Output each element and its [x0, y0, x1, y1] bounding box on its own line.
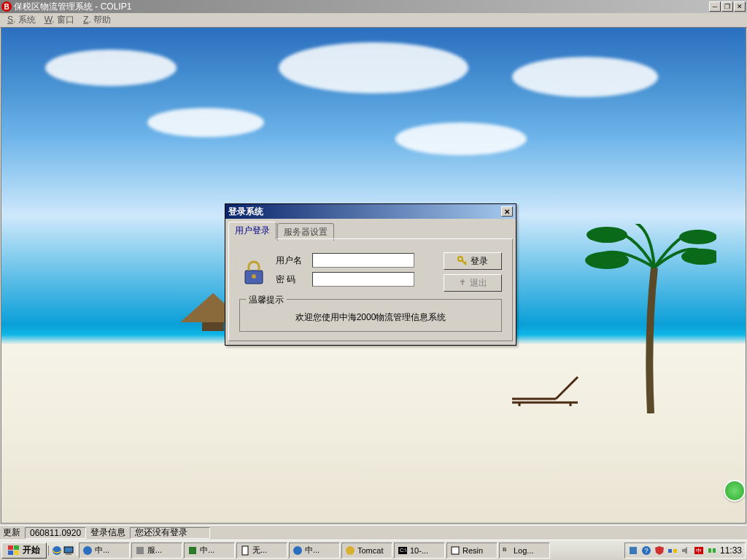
minimize-button[interactable]: ─ [709, 1, 721, 12]
desktop-icon[interactable] [63, 545, 74, 556]
tab-user-login[interactable]: 用户登录 [228, 222, 276, 239]
system-tray: ? 中 11:33 [624, 542, 746, 559]
task-button[interactable]: 服... [131, 542, 182, 559]
cmd-icon: C:\ [398, 545, 408, 556]
svg-rect-25 [189, 547, 196, 554]
dialog-title: 登录系统 [228, 206, 501, 218]
svg-point-27 [293, 546, 302, 555]
task-button[interactable]: BLog... [499, 542, 550, 559]
close-button[interactable]: ✕ [734, 1, 746, 12]
status-login-status: 您还没有登录 [130, 527, 210, 539]
ie-icon [82, 545, 93, 556]
app-icon [135, 545, 145, 556]
start-button[interactable]: 开始 [1, 542, 47, 559]
statusbar: 更新 060811.0920 登录信息 您还没有登录 [0, 525, 747, 540]
net-icon[interactable] [667, 545, 678, 556]
svg-text:C:\: C:\ [400, 548, 406, 553]
svg-point-4 [587, 227, 627, 243]
hint-text: 欢迎您使用中海2000物流管理信息系统 [247, 311, 494, 324]
password-input[interactable] [312, 272, 414, 287]
log-icon: B [503, 546, 511, 555]
decorative-palm [585, 224, 716, 413]
svg-rect-1 [202, 322, 224, 331]
task-button[interactable]: 中... [184, 542, 235, 559]
resin-icon [450, 545, 460, 556]
svg-rect-35 [668, 549, 672, 553]
decorative-lounger [505, 370, 585, 406]
dialog-titlebar[interactable]: 登录系统 ✕ [225, 204, 516, 219]
floating-badge[interactable] [724, 480, 746, 502]
decorative-cloud [279, 42, 468, 93]
exit-button[interactable]: 退出 [444, 274, 502, 292]
svg-point-23 [83, 546, 92, 555]
windows-logo-icon [8, 545, 20, 556]
svg-rect-31 [452, 547, 459, 554]
svg-rect-26 [242, 546, 248, 555]
svg-point-2 [585, 252, 629, 269]
hint-label: 温馨提示 [246, 294, 287, 306]
svg-rect-40 [708, 548, 711, 553]
doc-icon [240, 545, 250, 556]
decorative-cloud [512, 57, 658, 97]
dialog-tabs: 用户登录 服务器设置 [228, 222, 513, 239]
menu-window[interactable]: W. 窗口 [40, 12, 79, 28]
tab-panel-login: 用户名 密 码 登录 [228, 238, 513, 341]
svg-rect-18 [8, 551, 13, 555]
svg-rect-19 [14, 551, 19, 555]
tomcat-icon [345, 545, 355, 556]
svg-rect-41 [713, 548, 716, 553]
volume-icon[interactable] [681, 545, 691, 556]
task-button[interactable]: 无... [236, 542, 287, 559]
pin-icon [458, 279, 467, 287]
svg-text:?: ? [644, 547, 648, 554]
window-title: 保税区物流管理系统 - COLIP1 [14, 1, 709, 13]
login-button[interactable]: 登录 [444, 252, 502, 270]
task-button[interactable]: C:\10-... [394, 542, 445, 559]
help-icon[interactable]: ? [641, 545, 651, 556]
decorative-cloud [147, 108, 264, 137]
menu-system[interactable]: S. 系统 [3, 12, 40, 28]
task-button[interactable]: Tomcat [341, 542, 392, 559]
status-version: 060811.0920 [25, 527, 86, 539]
password-label: 密 码 [276, 273, 312, 286]
shield-icon[interactable] [654, 545, 665, 556]
key-icon [457, 256, 468, 266]
svg-point-20 [53, 546, 61, 555]
status-update-label: 更新 [3, 526, 20, 539]
task-button[interactable]: 中... [289, 542, 340, 559]
decorative-cloud [395, 122, 527, 155]
quick-launch [48, 545, 77, 556]
login-dialog: 登录系统 ✕ 用户登录 服务器设置 用户名 [225, 203, 516, 346]
taskbar: 开始 中... 服... 中... 无... 中... Tomcat C:\10… [0, 540, 747, 560]
decorative-cloud [45, 50, 177, 86]
svg-point-12 [252, 274, 256, 279]
restore-button[interactable]: ❐ [721, 1, 733, 12]
svg-marker-37 [682, 547, 687, 554]
net2-icon[interactable] [707, 545, 717, 556]
dialog-close-button[interactable]: ✕ [501, 206, 513, 217]
svg-text:中: 中 [696, 548, 702, 554]
svg-rect-32 [630, 547, 637, 554]
svg-point-28 [346, 546, 355, 555]
tray-icon[interactable] [628, 545, 638, 556]
mdi-workspace: 登录系统 ✕ 用户登录 服务器设置 用户名 [1, 28, 746, 524]
menu-help[interactable]: Z. 帮助 [79, 12, 115, 28]
book-icon [187, 545, 198, 556]
main-window-titlebar: B 保税区物流管理系统 - COLIP1 ─ ❐ ✕ [0, 0, 747, 13]
svg-point-5 [679, 230, 716, 244]
ie-icon[interactable] [52, 545, 62, 556]
svg-rect-22 [66, 553, 71, 555]
task-button[interactable]: Resin [446, 542, 498, 559]
username-label: 用户名 [276, 254, 312, 267]
svg-rect-21 [64, 547, 73, 553]
task-button[interactable]: 中... [79, 542, 130, 559]
svg-rect-16 [8, 545, 13, 550]
app-icon: B [1, 1, 12, 12]
svg-rect-17 [14, 545, 19, 550]
ime-icon[interactable]: 中 [694, 545, 704, 556]
clock[interactable]: 11:33 [720, 545, 742, 556]
lock-icon [239, 257, 268, 287]
username-input[interactable] [312, 253, 414, 268]
svg-rect-24 [136, 547, 144, 554]
menubar: S. 系统 W. 窗口 Z. 帮助 [0, 13, 747, 28]
